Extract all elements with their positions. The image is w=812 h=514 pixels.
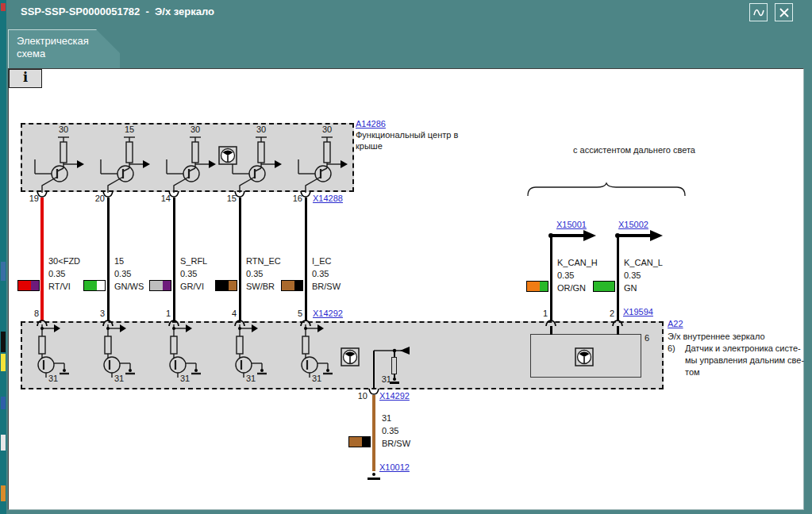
ground-symbol <box>368 478 380 480</box>
connector-link-x19594[interactable]: X19594 <box>623 307 653 317</box>
svg-text:31: 31 <box>246 374 256 383</box>
schematic-canvas: i A14286 Функциональный центр в крыше 30… <box>8 68 804 510</box>
wire-label: 150.35GN/WS <box>114 255 144 293</box>
sensor-symbol-icon <box>575 347 594 366</box>
desktop-background-strip <box>0 0 6 514</box>
ground-symbol <box>372 473 375 476</box>
svg-text:31: 31 <box>180 374 190 383</box>
connector-socket-icon <box>37 190 48 198</box>
pin-number: 10 <box>352 391 368 401</box>
receiver-branch-symbol: 31 <box>33 321 88 383</box>
wire-color-swatch <box>215 280 237 291</box>
waveform-icon <box>752 6 765 19</box>
receiver-branch-symbol: 31 <box>164 321 220 383</box>
svg-text:31: 31 <box>114 374 124 383</box>
receiver-branch-symbol: 31 <box>230 321 286 383</box>
module-desc-line1: Функциональный центр в <box>356 130 458 140</box>
connector-link-x14288[interactable]: X14288 <box>313 194 343 204</box>
close-button[interactable] <box>775 3 793 21</box>
info-button[interactable]: i <box>9 69 42 88</box>
wire-label: K_CAN_L0.35GN <box>624 256 663 294</box>
connector-link-x14292[interactable]: X14292 <box>313 309 343 319</box>
close-icon <box>779 7 790 18</box>
note-line: том <box>685 366 700 378</box>
pin-number: 5 <box>287 309 302 319</box>
wire-label: 310.35BR/SW <box>382 412 410 450</box>
ground-branch-wire <box>373 351 375 389</box>
wire-color-swatch <box>83 280 106 291</box>
info-icon: i <box>23 70 28 85</box>
wire-label: K_CAN_H0.35OR/GN <box>557 256 598 294</box>
wire-sw-br <box>239 198 241 321</box>
tab-label-line2: схема <box>17 48 120 60</box>
module-link-a14286[interactable]: A14286 <box>356 119 386 129</box>
wire-label: RTN_EC0.35SW/BR <box>246 255 281 293</box>
resistor-symbol <box>391 357 397 374</box>
connector-socket-icon <box>300 190 311 198</box>
pin-number: 1 <box>155 309 171 319</box>
driver-branch-symbol <box>98 136 154 193</box>
tab-label-line1: Электрическая <box>17 35 120 48</box>
desktop-background-fragment <box>1 435 6 451</box>
window-title: SSP-SSP-SP0000051782 - Э/х зеркало <box>21 0 214 24</box>
tab-electrical-schematic[interactable]: Электрическая схема <box>8 29 120 68</box>
desktop-background-fragment <box>1 262 6 281</box>
module-link-a22[interactable]: A22 <box>668 319 683 329</box>
variant-caption: с ассистентом дальнего света <box>539 145 729 155</box>
connector-socket-icon <box>234 190 245 198</box>
wire-color-swatch <box>17 280 40 291</box>
driver-branch-symbol <box>164 136 220 193</box>
wire-k-can-l <box>617 236 619 321</box>
wire-br-sw <box>305 198 307 321</box>
desktop-background-fragment <box>1 397 6 409</box>
connector-socket-icon <box>102 190 114 198</box>
svg-text:31: 31 <box>312 374 321 383</box>
wire-rt-vi <box>40 198 44 321</box>
inner-box-lead <box>550 326 552 335</box>
desktop-background-fragment <box>1 485 6 501</box>
receiver-branch-symbol: 31 <box>98 321 154 383</box>
desktop-background-fragment <box>1 3 6 11</box>
pin-number: 8 <box>23 309 39 319</box>
connector-link-x14292[interactable]: X14292 <box>379 391 410 401</box>
driver-branch-symbol <box>33 136 88 193</box>
desktop-background-fragment <box>1 354 6 371</box>
wire-ground-br-sw <box>372 395 375 471</box>
wire-k-can-h <box>550 236 552 321</box>
desktop-background-fragment <box>1 332 6 352</box>
ground-branch-top <box>373 346 413 355</box>
connector-socket-icon <box>368 388 379 395</box>
module-desc: Э/х внутреннее зеркало <box>668 331 765 343</box>
wire-gr-vi <box>173 198 175 321</box>
inner-box-lead <box>617 326 619 335</box>
wire-color-swatch <box>348 436 371 447</box>
pin-number: 1 <box>532 309 548 319</box>
wire-color-swatch <box>526 281 548 292</box>
wire-color-swatch <box>149 280 171 291</box>
wire-color-swatch <box>593 281 615 292</box>
brace-icon <box>527 182 686 197</box>
pin-number: 4 <box>221 309 237 319</box>
connector-link-x10012[interactable]: X10012 <box>379 462 410 473</box>
svg-text:31: 31 <box>48 374 58 383</box>
driver-branch-symbol <box>296 136 352 193</box>
app-window: { "window": { "title": "SSP-SSP-SP000005… <box>0 0 812 514</box>
wire-label: S_RFL0.35GR/VI <box>180 255 207 293</box>
note-line: мы управления дальним све- <box>685 355 804 366</box>
driver-branch-symbol <box>230 136 286 193</box>
sensor-symbol-icon <box>218 146 237 165</box>
fuse-label: 30 <box>48 125 79 135</box>
wire-label: 30<FZD0.35RT/VI <box>48 255 80 293</box>
fuse-label: 15 <box>114 125 145 135</box>
note-ref: 6) <box>668 343 675 355</box>
pin-number: 3 <box>89 309 105 319</box>
connector-socket-icon <box>168 190 179 198</box>
sensor-symbol-icon <box>341 347 360 366</box>
fuse-label: 30 <box>311 125 343 135</box>
waveform-button[interactable] <box>749 3 768 21</box>
fuse-label: 30 <box>245 125 277 135</box>
wire-gn-ws <box>107 198 110 321</box>
bus-arrow-icon <box>548 228 599 243</box>
ground-symbol <box>393 378 396 381</box>
ground-label: 31 <box>375 374 391 385</box>
